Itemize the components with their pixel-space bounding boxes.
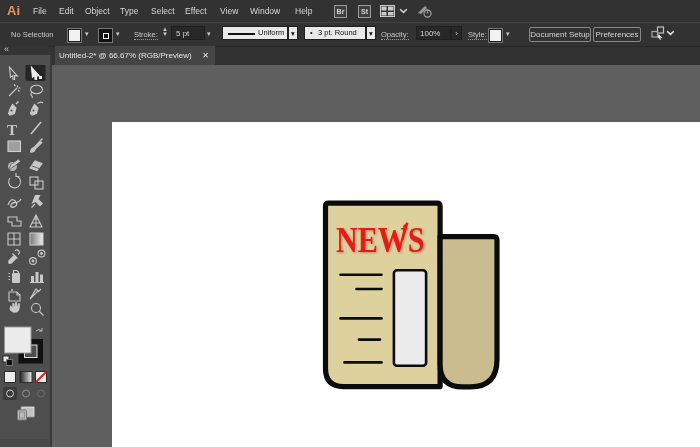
svg-text:NEWS: NEWS [336, 220, 425, 260]
